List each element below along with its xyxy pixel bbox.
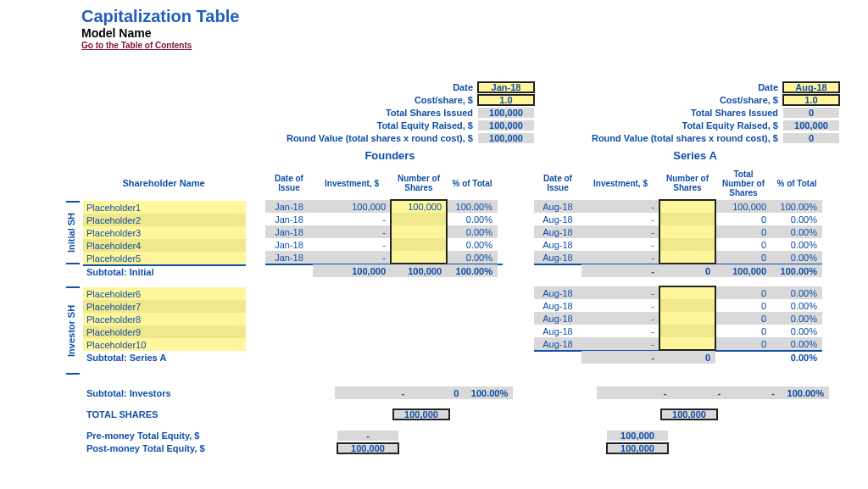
cell-total-shares: 0 xyxy=(715,225,771,238)
sub-init-f-inv: 100,000 xyxy=(313,264,391,277)
cell-total-shares: 0 xyxy=(715,299,771,312)
founders-round-value: 100,000 xyxy=(478,133,534,143)
cell-num-shares[interactable] xyxy=(391,238,447,251)
col-pct-f: % of Total xyxy=(447,179,498,188)
cell-investment: - xyxy=(581,200,659,213)
cell-pct: 0.00% xyxy=(447,225,498,238)
founders-meta: DateJan-18 Cost/share, $1.0 Total Shares… xyxy=(246,81,534,162)
cell-investment: - xyxy=(313,225,391,238)
cell-num-shares[interactable] xyxy=(659,251,715,264)
founders-date[interactable]: Jan-18 xyxy=(478,82,534,92)
cell-pct: 0.00% xyxy=(447,213,498,225)
sub-a-s-tot xyxy=(715,351,771,364)
sub-a-s-pct: 0.00% xyxy=(771,351,822,364)
cell-investment: - xyxy=(581,286,659,299)
cell-num-shares[interactable] xyxy=(391,251,447,264)
cell-num-shares[interactable] xyxy=(659,213,715,225)
cell-pct: 0.00% xyxy=(771,251,822,264)
cell-num-shares[interactable]: 100,000 xyxy=(391,200,447,213)
subtotal-seriesa-label: Subtotal: Series A xyxy=(83,351,246,364)
cell-pct: 0.00% xyxy=(771,213,822,225)
seriesa-cost-share[interactable]: 1.0 xyxy=(783,95,839,105)
shareholder-name[interactable]: Placeholder7 xyxy=(83,300,246,313)
shareholder-name[interactable]: Placeholder10 xyxy=(83,338,246,351)
meta-totalshares-label: Total Shares Issued xyxy=(246,108,478,118)
meta-totalequity-label-s: Total Equity Raised, $ xyxy=(551,120,783,131)
shareholder-name[interactable]: Placeholder5 xyxy=(83,252,246,264)
cell-investment: - xyxy=(581,238,659,251)
meta-roundvalue-label: Round Value (total shares x round cost),… xyxy=(246,133,478,143)
cell-total-shares: 0 xyxy=(715,213,771,225)
cell-num-shares[interactable] xyxy=(659,337,715,350)
meta-date-label-s: Date xyxy=(551,82,783,92)
sub-inv-f-pct: 100.00% xyxy=(464,386,513,399)
total-shares-f: 100,000 xyxy=(393,409,449,420)
cell-date: Aug-18 xyxy=(534,299,581,312)
cell-num-shares[interactable] xyxy=(659,200,715,213)
cell-date: Aug-18 xyxy=(534,312,581,325)
sub-init-s-pct: 100.00% xyxy=(771,264,822,277)
shareholder-name[interactable]: Placeholder3 xyxy=(83,226,246,239)
col-num-f: Number of Shares xyxy=(391,174,447,192)
model-name: Model Name xyxy=(81,26,868,40)
shareholder-name[interactable]: Placeholder2 xyxy=(83,214,246,226)
seriesa-date[interactable]: Aug-18 xyxy=(783,82,839,92)
section-investor-label: Investor SH xyxy=(66,286,80,375)
cell-date: Jan-18 xyxy=(265,213,313,225)
founders-cost-share[interactable]: 1.0 xyxy=(478,95,534,105)
cell-num-shares[interactable] xyxy=(659,238,715,251)
col-num-s: Number of Shares xyxy=(659,174,715,192)
cell-investment: - xyxy=(313,251,391,264)
cell-date: Aug-18 xyxy=(534,213,581,225)
shareholder-name[interactable]: Placeholder8 xyxy=(83,313,246,325)
cell-num-shares[interactable] xyxy=(391,225,447,238)
cell-investment: - xyxy=(581,337,659,350)
cell-pct: 0.00% xyxy=(771,286,822,299)
total-shares-s: 100,000 xyxy=(661,409,717,420)
shareholder-name[interactable]: Placeholder6 xyxy=(83,287,246,300)
cell-date: Jan-18 xyxy=(265,225,313,238)
cell-date: Aug-18 xyxy=(534,251,581,264)
meta-cost-label-s: Cost/share, $ xyxy=(551,95,783,105)
pre-money-f: - xyxy=(337,431,398,441)
sub-a-s-inv: - xyxy=(581,351,659,364)
seriesa-table: Date of Issue Investment, $ Number of Sh… xyxy=(534,166,822,363)
meta-totalshares-label-s: Total Shares Issued xyxy=(551,108,783,118)
meta-cost-label: Cost/share, $ xyxy=(246,95,478,105)
cell-num-shares[interactable] xyxy=(659,325,715,337)
toc-link[interactable]: Go to the Table of Contents xyxy=(81,41,192,50)
shareholder-name[interactable]: Placeholder1 xyxy=(83,201,246,214)
cell-total-shares: 100,000 xyxy=(715,200,771,213)
cell-pct: 100.00% xyxy=(447,200,498,213)
cell-num-shares[interactable] xyxy=(659,312,715,325)
col-date-s: Date of Issue xyxy=(534,174,581,192)
cell-pct: 0.00% xyxy=(771,225,822,238)
cell-investment: - xyxy=(581,213,659,225)
pre-money-label: Pre-money Total Equity, $ xyxy=(83,431,303,441)
cell-total-shares: 0 xyxy=(715,325,771,337)
cell-investment: - xyxy=(581,312,659,325)
post-money-label: Post-money Total Equity, $ xyxy=(83,443,303,453)
sub-init-f-num: 100,000 xyxy=(391,264,447,277)
post-money-s: 100,000 xyxy=(607,443,668,453)
founders-title: Founders xyxy=(246,149,534,162)
cell-num-shares[interactable] xyxy=(659,225,715,238)
col-date-f: Date of Issue xyxy=(265,174,313,192)
cell-date: Jan-18 xyxy=(265,200,313,213)
cell-investment: - xyxy=(581,299,659,312)
meta-totalequity-label: Total Equity Raised, $ xyxy=(246,120,478,131)
cell-num-shares[interactable] xyxy=(659,299,715,312)
col-inv-s: Investment, $ xyxy=(581,179,659,188)
shareholder-name[interactable]: Placeholder4 xyxy=(83,239,246,252)
section-initial-label: Initial SH xyxy=(66,201,80,264)
total-shares-label: TOTAL SHARES xyxy=(83,409,303,420)
sub-init-s-num: 0 xyxy=(659,264,715,277)
cell-total-shares: 0 xyxy=(715,286,771,299)
cell-date: Jan-18 xyxy=(265,251,313,264)
sub-inv-s-inv: - xyxy=(597,386,672,399)
cell-num-shares[interactable] xyxy=(391,213,447,225)
cell-date: Aug-18 xyxy=(534,325,581,337)
cell-date: Aug-18 xyxy=(534,238,581,251)
shareholder-name[interactable]: Placeholder9 xyxy=(83,325,246,338)
cell-num-shares[interactable] xyxy=(659,286,715,299)
